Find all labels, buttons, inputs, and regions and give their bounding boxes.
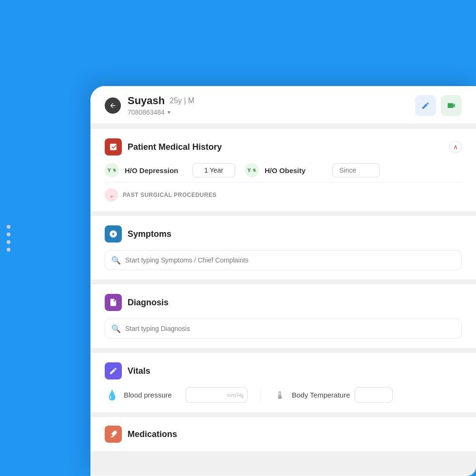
video-icon — [446, 101, 456, 110]
diagnosis-doc-icon — [109, 298, 118, 307]
droplet-icon: 💧 — [106, 389, 118, 401]
medications-icon — [105, 426, 122, 443]
symptoms-icon — [105, 225, 122, 243]
scroll-dot-2 — [7, 233, 10, 236]
diagnosis-header: Diagnosis — [105, 294, 462, 311]
condition-obesity-badge: Y ⇅ — [245, 163, 259, 177]
medications-section: Medications — [90, 417, 476, 451]
vitals-pen-icon — [109, 367, 118, 375]
body-temperature-item: Body Temperature — [273, 387, 393, 403]
medical-history-header: Patient Medical History ∧ — [105, 138, 462, 155]
past-surgical-row: ⌄ PAST SURGICAL PROCEDURES — [105, 182, 462, 202]
scroll-dot-4 — [7, 248, 10, 252]
medical-history-collapse-btn[interactable]: ∧ — [449, 141, 462, 153]
badge-arrows-obesity: ⇅ — [253, 168, 256, 173]
main-content: Patient Medical History ∧ Y ⇅ H/O Depres… — [90, 124, 476, 475]
vitals-title: Vitals — [128, 366, 150, 376]
badge-letter-obesity: Y — [248, 167, 251, 173]
condition-depression: Y ⇅ H/O Depression — [105, 163, 235, 177]
medical-history-icon — [105, 138, 122, 155]
blood-pressure-icon: 💧 — [105, 388, 119, 402]
medical-history-section: Patient Medical History ∧ Y ⇅ H/O Depres… — [90, 129, 476, 211]
body-temperature-label: Body Temperature — [292, 391, 350, 399]
conditions-row: Y ⇅ H/O Depression Y ⇅ H/O Obesity — [105, 163, 462, 182]
medical-cross-icon — [109, 143, 118, 151]
edit-button[interactable] — [415, 95, 436, 116]
thermometer-icon — [273, 388, 287, 402]
symptoms-header: Symptoms — [105, 225, 462, 243]
condition-depression-badge: Y ⇅ — [105, 163, 119, 177]
patient-phone: 7080863484 — [128, 108, 165, 116]
phone-chevron-icon[interactable]: ▾ — [168, 109, 170, 116]
past-surgical-label: PAST SURGICAL PROCEDURES — [123, 192, 217, 198]
symptoms-star-icon — [109, 230, 118, 238]
patient-phone-row: 7080863484 ▾ — [128, 108, 408, 116]
scroll-dot-1 — [7, 225, 10, 229]
back-button[interactable] — [105, 97, 121, 114]
vitals-header: Vitals — [105, 362, 462, 379]
body-temperature-input[interactable] — [355, 387, 393, 403]
patient-age-gender: 25y | M — [169, 97, 194, 105]
scroll-dot-3 — [7, 240, 10, 244]
diagnosis-search-wrap: 🔍 — [105, 319, 462, 339]
vitals-divider — [260, 388, 260, 402]
symptoms-search-wrap: 🔍 — [105, 250, 462, 270]
badge-letter: Y — [108, 167, 111, 173]
diagnosis-title: Diagnosis — [128, 298, 169, 308]
condition-obesity-label: H/O Obesity — [265, 166, 327, 175]
header-actions — [415, 95, 462, 116]
chevron-up-icon: ∧ — [453, 143, 458, 151]
vitals-section: Vitals 💧 Blood pressure mm/Hg — [90, 353, 476, 412]
symptoms-search-input[interactable] — [105, 250, 462, 270]
badge-arrows: ⇅ — [113, 168, 116, 173]
medications-pill-icon — [109, 430, 118, 438]
body-temperature-input-wrap — [355, 387, 393, 403]
past-surgical-expand-btn[interactable]: ⌄ — [105, 188, 118, 202]
pencil-icon — [421, 101, 430, 110]
medications-title: Medications — [128, 429, 177, 439]
diagnosis-icon — [105, 294, 122, 311]
app-container: Suyash 25y | M 7080863484 ▾ — [0, 0, 476, 476]
vitals-icon — [105, 362, 122, 379]
symptoms-search-icon: 🔍 — [111, 256, 121, 265]
chevron-down-red-icon: ⌄ — [109, 192, 114, 199]
diagnosis-search-input[interactable] — [105, 319, 462, 339]
symptoms-title: Symptoms — [128, 229, 171, 239]
medical-history-title: Patient Medical History — [128, 142, 222, 152]
diagnosis-search-icon: 🔍 — [111, 324, 121, 333]
depression-duration-input[interactable] — [192, 163, 235, 177]
obesity-duration-input[interactable] — [332, 163, 380, 177]
patient-header: Suyash 25y | M 7080863484 ▾ — [90, 86, 476, 124]
symptoms-section: Symptoms 🔍 — [90, 216, 476, 280]
blood-pressure-label: Blood pressure — [124, 391, 181, 399]
patient-name-row: Suyash 25y | M — [128, 95, 408, 107]
video-call-button[interactable] — [441, 95, 462, 116]
diagnosis-section: Diagnosis 🔍 — [90, 284, 476, 348]
scroll-indicators — [7, 225, 10, 252]
blood-pressure-unit: mm/Hg — [227, 392, 244, 398]
patient-name: Suyash — [128, 95, 165, 107]
vitals-row: 💧 Blood pressure mm/Hg — [105, 387, 462, 403]
blood-pressure-item: 💧 Blood pressure mm/Hg — [105, 387, 248, 403]
thermometer-svg — [275, 390, 285, 400]
condition-depression-label: H/O Depression — [125, 166, 187, 175]
main-card: Suyash 25y | M 7080863484 ▾ — [90, 86, 476, 476]
back-arrow-icon — [109, 102, 117, 109]
blood-pressure-input-wrap: mm/Hg — [186, 387, 248, 403]
condition-obesity: Y ⇅ H/O Obesity — [245, 163, 380, 177]
patient-info: Suyash 25y | M 7080863484 ▾ — [128, 95, 408, 116]
